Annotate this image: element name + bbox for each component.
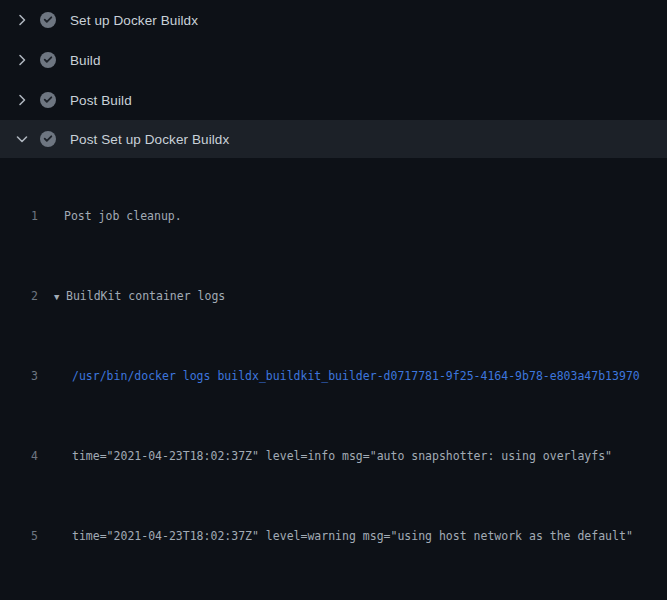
check-circle-icon <box>40 12 56 28</box>
step-row-post-set-up-docker-buildx[interactable]: Post Set up Docker Buildx <box>0 120 667 158</box>
chevron-right-icon <box>14 52 30 68</box>
log-line-text: Post job cleanup. <box>38 206 182 226</box>
step-row-post-build[interactable]: Post Build <box>0 80 667 120</box>
log-line-number[interactable]: 5 <box>0 526 38 546</box>
log-output-area: 1 Post job cleanup. 2 ▼BuildKit containe… <box>0 158 667 600</box>
log-line-number[interactable]: 4 <box>0 446 38 466</box>
log-line-number[interactable]: 1 <box>0 206 38 226</box>
log-line-text: time="2021-04-23T18:02:37Z" level=info m… <box>38 446 612 466</box>
log-line-number[interactable]: 2 <box>0 286 38 306</box>
log-line-text: time="2021-04-23T18:02:37Z" level=warnin… <box>38 526 633 546</box>
log-line-text: /usr/bin/docker logs buildx_buildkit_bui… <box>38 366 640 386</box>
step-label: Build <box>70 53 101 68</box>
triangle-down-icon[interactable]: ▼ <box>54 287 66 306</box>
step-label: Post Set up Docker Buildx <box>70 132 229 147</box>
step-row-build[interactable]: Build <box>0 40 667 80</box>
check-circle-icon <box>40 131 56 147</box>
step-row-set-up-docker-buildx[interactable]: Set up Docker Buildx <box>0 0 667 40</box>
check-circle-icon <box>40 92 56 108</box>
check-circle-icon <box>40 52 56 68</box>
step-label: Post Build <box>70 93 132 108</box>
log-group-toggle[interactable]: ▼BuildKit container logs <box>38 286 225 306</box>
step-label: Set up Docker Buildx <box>70 13 198 28</box>
chevron-right-icon <box>14 92 30 108</box>
chevron-down-icon <box>14 131 30 147</box>
workflow-steps-list: Set up Docker Buildx Build Post Build <box>0 0 667 158</box>
chevron-right-icon <box>14 12 30 28</box>
log-line-number[interactable]: 3 <box>0 366 38 386</box>
